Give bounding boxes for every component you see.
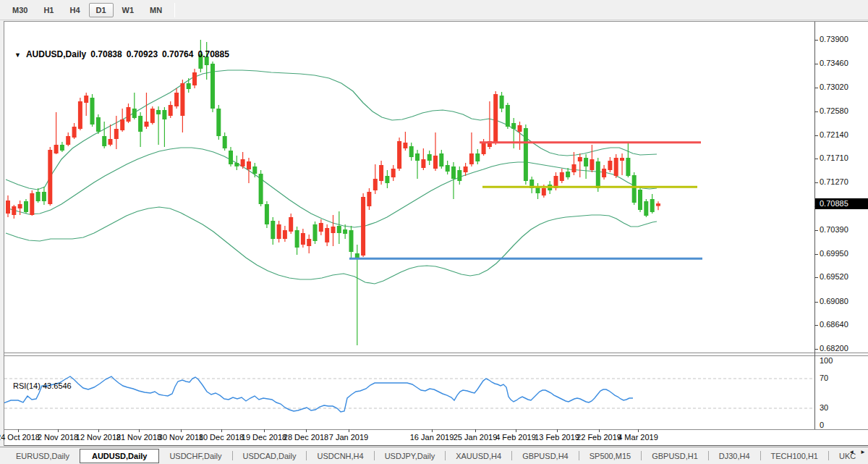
chart-tab-USDCNH[interactable]: USDCNH,H4 xyxy=(307,450,373,463)
date-axis-label: 21 Nov 2018 xyxy=(116,433,161,442)
date-axis-label: 25 Jan 2019 xyxy=(454,433,498,442)
ohlc-open: 0.70838 xyxy=(90,49,122,59)
bollinger-lower-band xyxy=(6,207,657,284)
candle-body xyxy=(234,163,239,166)
chart-tab-SP500[interactable]: SP500,M15 xyxy=(579,450,641,463)
candle-body xyxy=(319,223,323,232)
candle-body xyxy=(457,170,461,181)
candle-body xyxy=(277,224,281,239)
candle-body xyxy=(493,94,498,143)
chart-tab-EURUSD[interactable]: EURUSD,Daily xyxy=(6,450,80,463)
candle-body xyxy=(132,109,137,118)
price-axis-label: 0.71710 xyxy=(820,153,848,162)
chart-tab-USDCAD[interactable]: USDCAD,Daily xyxy=(233,450,307,463)
tab-scroll-left-icon[interactable]: ◄ xyxy=(848,449,854,455)
price-axis-label: 0.73020 xyxy=(820,83,848,91)
pane-splitter[interactable] xyxy=(4,353,868,353)
date-axis-tick xyxy=(638,429,639,432)
candle-body xyxy=(12,206,16,215)
rsi-axis-label: 70 xyxy=(820,374,828,382)
candle-body xyxy=(446,165,450,172)
candle-body xyxy=(572,164,576,172)
one-click-trading-arrow-icon[interactable]: ▼ xyxy=(14,51,21,59)
timeframe-button-MN[interactable]: MN xyxy=(142,3,169,17)
price-axis-tick xyxy=(814,230,818,231)
rsi-axis-label: 0 xyxy=(820,421,824,429)
rsi-line xyxy=(4,376,633,412)
candle-body xyxy=(464,166,468,172)
toolbar-separator xyxy=(174,3,175,17)
date-axis-label: 4 Feb 2019 xyxy=(495,433,536,442)
tab-scroll-right-icon[interactable]: ► xyxy=(860,449,866,455)
pane-splitter-line xyxy=(4,355,868,356)
date-axis-tick xyxy=(599,429,600,432)
candle-body xyxy=(24,201,28,212)
timeframe-button-H4[interactable]: H4 xyxy=(62,3,87,17)
price-axis-tick xyxy=(814,302,818,303)
candle-body xyxy=(180,83,184,116)
candle-body xyxy=(162,110,166,119)
timeframe-button-D1[interactable]: D1 xyxy=(89,3,114,17)
timeframe-button-M30[interactable]: M30 xyxy=(5,3,35,17)
candle-body xyxy=(18,204,22,208)
date-axis-label: 24 Oct 2018 xyxy=(0,433,40,442)
date-axis-label: 2 Nov 2018 xyxy=(38,433,78,442)
price-axis-label: 0.69080 xyxy=(820,297,848,305)
timeframe-button-W1[interactable]: W1 xyxy=(115,3,142,17)
rsi-plot[interactable] xyxy=(4,356,814,429)
candle-body xyxy=(373,179,378,190)
candle-body xyxy=(229,151,233,164)
candle-body xyxy=(482,143,486,154)
candle-body xyxy=(427,154,432,161)
price-axis-tick xyxy=(814,64,818,64)
candle-body xyxy=(72,127,77,138)
candle-body xyxy=(6,201,10,214)
candle-body xyxy=(210,64,215,109)
candle-body xyxy=(560,172,564,181)
price-axis-tick xyxy=(814,135,818,136)
date-axis-tick xyxy=(557,429,558,432)
price-axis-label: 0.69520 xyxy=(820,272,848,281)
candle-body xyxy=(379,165,383,181)
chart-tab-USDJPY[interactable]: USDJPY,Daily xyxy=(375,450,446,463)
chart-tab-TECH100[interactable]: TECH100,H1 xyxy=(761,450,828,463)
candle-body xyxy=(337,226,341,233)
rsi-axis-label: 30 xyxy=(820,403,828,412)
price-axis-label: 0.68200 xyxy=(820,344,848,353)
date-axis-tick xyxy=(516,429,516,432)
candle-body xyxy=(145,122,149,127)
chart-tab-USDCHF[interactable]: USDCHF,Daily xyxy=(159,450,231,463)
ohlc-low: 0.70764 xyxy=(162,49,193,59)
date-axis-tick xyxy=(306,429,307,432)
date-axis-tick xyxy=(349,429,349,432)
candle-body xyxy=(391,169,396,177)
chart-tab-GBPUSD[interactable]: GBPUSD,H4 xyxy=(512,450,579,463)
price-axis-label: 0.71270 xyxy=(820,177,848,186)
candle-body xyxy=(355,253,359,258)
candle-body xyxy=(518,125,522,132)
chart-tab-GBPUSD[interactable]: GBPUSD,H1 xyxy=(642,450,708,463)
date-axis-tick xyxy=(98,429,99,432)
price-chart-plot[interactable] xyxy=(4,22,814,353)
candle-body xyxy=(325,228,329,242)
candle-body xyxy=(102,136,106,146)
price-axis-tick xyxy=(814,349,818,350)
candle-body xyxy=(78,101,82,129)
date-axis-tick xyxy=(139,429,140,432)
candle-body xyxy=(174,93,179,106)
candle-body xyxy=(301,233,305,245)
date-axis-label: 13 Feb 2019 xyxy=(535,433,579,442)
candle-body xyxy=(584,158,588,166)
chart-tab-DJ30[interactable]: DJ30,H4 xyxy=(709,450,760,463)
date-axis-tick xyxy=(18,429,19,432)
timeframe-button-H1[interactable]: H1 xyxy=(36,3,61,17)
candle-body xyxy=(247,161,251,169)
date-axis-label: 30 Nov 2018 xyxy=(158,433,203,442)
candle-body xyxy=(187,83,191,89)
chart-tab-AUDUSD[interactable]: AUDUSD,Daily xyxy=(80,449,159,463)
candle-body xyxy=(241,159,245,166)
current-price-flag: 0.70885 xyxy=(815,198,868,209)
candle-body xyxy=(259,174,263,204)
chart-tab-XAUUSD[interactable]: XAUUSD,H4 xyxy=(446,450,511,463)
candle-body xyxy=(114,129,119,139)
